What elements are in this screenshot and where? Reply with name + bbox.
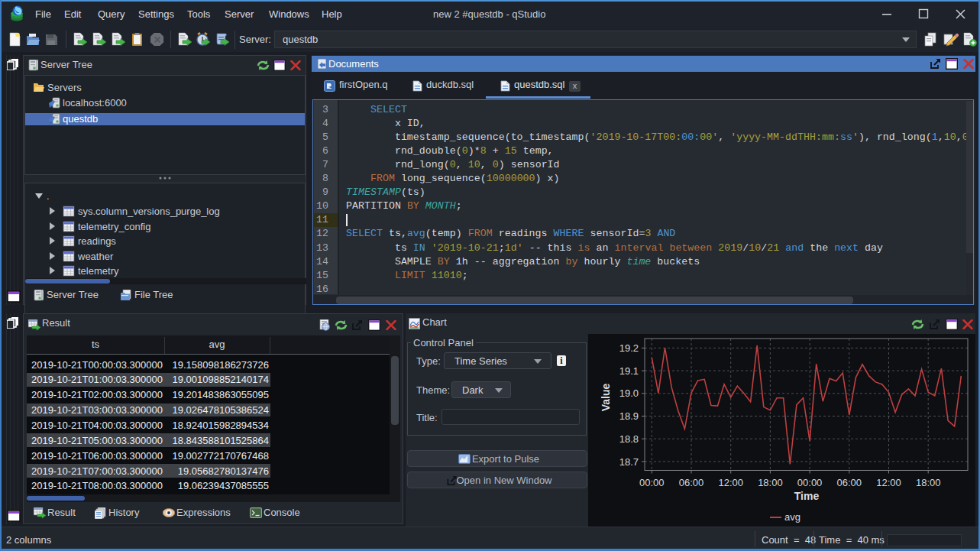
svg-text:avg: avg: [784, 511, 800, 523]
svg-text:12:00: 12:00: [876, 477, 901, 488]
svg-text:19.2: 19.2: [619, 342, 639, 354]
svg-text:Value: Value: [600, 384, 612, 412]
svg-text:Time: Time: [794, 490, 820, 502]
svg-text:18.9: 18.9: [619, 410, 639, 422]
svg-text:18.7: 18.7: [619, 456, 639, 468]
svg-text:06:00: 06:00: [679, 477, 704, 488]
svg-text:19.0: 19.0: [619, 387, 639, 399]
svg-text:06:00: 06:00: [837, 477, 862, 488]
svg-text:18:00: 18:00: [916, 477, 941, 488]
svg-text:12:00: 12:00: [718, 477, 743, 488]
svg-text:00:00: 00:00: [797, 477, 823, 488]
svg-text:00:00: 00:00: [639, 477, 665, 488]
svg-text:18.8: 18.8: [619, 433, 639, 445]
svg-text:18:00: 18:00: [758, 477, 783, 488]
svg-text:19.1: 19.1: [619, 365, 639, 377]
